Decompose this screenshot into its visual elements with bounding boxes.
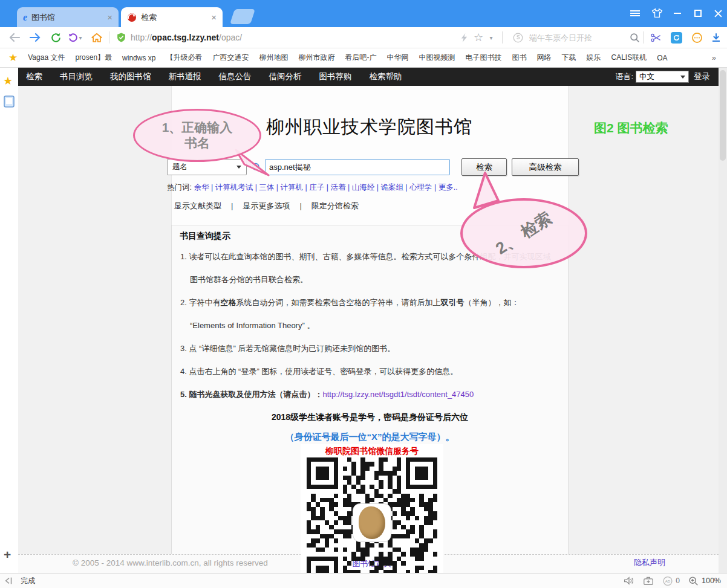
nav-item-search[interactable]: 检索 bbox=[26, 71, 42, 82]
speaker-icon[interactable] bbox=[624, 576, 634, 586]
extensions-dots-icon[interactable] bbox=[690, 27, 704, 48]
bookmark-item[interactable]: 图书 bbox=[512, 53, 526, 63]
hot-word-link[interactable]: 计算机 bbox=[281, 183, 310, 192]
search-type-value: 题名 bbox=[172, 162, 187, 172]
divider bbox=[502, 31, 503, 44]
back-icon[interactable] bbox=[6, 27, 23, 48]
bookmark-item[interactable]: windws xp bbox=[122, 54, 155, 62]
search-magnifier-icon[interactable] bbox=[628, 27, 641, 48]
tab-close-icon[interactable]: × bbox=[211, 12, 217, 22]
status-bar: 完成 AD 0 100% bbox=[0, 573, 727, 588]
bookmark-item[interactable]: 中华网 bbox=[386, 53, 408, 63]
bookmark-item[interactable]: 柳州市政府 bbox=[298, 53, 334, 63]
opac-search-input[interactable] bbox=[265, 159, 450, 175]
bookmarks-overflow-chevron[interactable]: » bbox=[712, 53, 721, 62]
collapse-sidebar-icon[interactable] bbox=[4, 576, 15, 586]
menu-icon[interactable] bbox=[629, 7, 641, 19]
bookmark-item[interactable]: 电子图书技 bbox=[465, 53, 501, 63]
hot-word-link[interactable]: 余华 bbox=[194, 183, 215, 192]
limit-branch-link[interactable]: 限定分馆检索 bbox=[311, 201, 359, 210]
favorite-dropdown-icon[interactable]: ▾ bbox=[486, 27, 496, 48]
nav-item-help[interactable]: 检索帮助 bbox=[370, 71, 402, 82]
show-more-options-link[interactable]: 显示更多选项 bbox=[243, 201, 311, 210]
advanced-search-button[interactable]: 高级检索 bbox=[512, 158, 579, 176]
hot-word-link[interactable]: 活着 bbox=[330, 183, 351, 192]
forward-icon[interactable] bbox=[27, 27, 44, 48]
home-icon[interactable] bbox=[88, 27, 105, 48]
account-note: 2018级学生读者账号是学号，密码是身份证号后六位 bbox=[172, 412, 568, 423]
new-tab-button[interactable] bbox=[230, 9, 255, 24]
hot-word-link[interactable]: 心理学 bbox=[409, 183, 438, 192]
more-hot-words-link[interactable]: 更多.. bbox=[438, 183, 458, 192]
scrollbar-thumb[interactable] bbox=[720, 70, 726, 161]
refresh-icon[interactable] bbox=[47, 27, 64, 48]
bookmark-item[interactable]: 看后吧-广 bbox=[345, 53, 376, 63]
zoom-icon bbox=[688, 576, 699, 586]
show-doc-types-link[interactable]: 显示文献类型 bbox=[174, 201, 243, 210]
bookmark-item[interactable]: 下载 bbox=[561, 53, 576, 63]
undo-dropdown-icon[interactable]: ▾ bbox=[79, 34, 82, 41]
nav-item-newbooks[interactable]: 新书通报 bbox=[169, 71, 201, 82]
translate-refresh-icon[interactable] bbox=[669, 27, 683, 48]
language-select[interactable]: 中文 bbox=[636, 71, 689, 83]
hot-words-label: 热门词: bbox=[167, 183, 194, 192]
theme-skin-icon[interactable] bbox=[651, 7, 663, 19]
ad-count: 0 bbox=[676, 577, 680, 585]
bookmark-item[interactable]: CALIS联机 bbox=[611, 53, 647, 63]
bookmark-item[interactable]: Vagaa 文件 bbox=[28, 53, 65, 63]
tab-close-icon[interactable]: × bbox=[107, 12, 112, 22]
cd-help-link[interactable]: http://tsg.lzzy.net/tsgdt1/tsdt/content_… bbox=[322, 390, 474, 399]
add-sidebar-icon[interactable]: + bbox=[4, 548, 11, 562]
login-link[interactable]: 登录 bbox=[694, 71, 710, 82]
nav-item-analysis[interactable]: 借阅分析 bbox=[269, 71, 302, 82]
ad-blocker-status[interactable]: AD 0 bbox=[662, 576, 680, 586]
favorite-star-icon[interactable]: ☆ bbox=[472, 27, 485, 48]
browser-window: e 图书馆 × 检索 × bbox=[0, 0, 727, 588]
nav-item-notices[interactable]: 信息公告 bbox=[219, 71, 252, 82]
undo-icon[interactable]: ▾ bbox=[67, 27, 83, 48]
bookmark-item[interactable]: 中图视频测 bbox=[419, 53, 455, 63]
privacy-link[interactable]: 隐私声明 bbox=[634, 557, 665, 568]
page-scrollbar[interactable] bbox=[719, 68, 727, 573]
bookmark-item[interactable]: 广西交通安 bbox=[212, 53, 249, 63]
favorites-sidebar-icon[interactable]: ★ bbox=[3, 74, 13, 88]
nav-item-mylibrary[interactable]: 我的图书馆 bbox=[110, 71, 151, 82]
bookmark-item[interactable]: 柳州地图 bbox=[259, 53, 288, 63]
tab-label: 图书馆 bbox=[31, 12, 107, 23]
browser-search-field[interactable] bbox=[529, 33, 626, 42]
download-icon[interactable] bbox=[709, 27, 723, 48]
qr-title: 柳职院图书馆微信服务号 bbox=[301, 446, 443, 457]
nav-item-browse[interactable]: 书目浏览 bbox=[60, 71, 93, 82]
annotation-bubble-2: 2、 检索 bbox=[460, 198, 587, 268]
search-options-row: 显示文献类型显示更多选项限定分馆检索 bbox=[174, 201, 359, 212]
site-safety-shield-icon[interactable] bbox=[114, 27, 128, 48]
ad-icon-label: AD bbox=[665, 578, 671, 583]
tab-library[interactable]: e 图书馆 × bbox=[17, 7, 119, 27]
bookmark-item[interactable]: prosen】最 bbox=[75, 53, 112, 63]
bookmarks-star-icon[interactable]: ★ bbox=[8, 51, 18, 64]
screenshot-scissors-icon[interactable] bbox=[648, 27, 663, 48]
bookmark-item[interactable]: 娱乐 bbox=[586, 53, 601, 63]
page-load-status: 完成 bbox=[21, 576, 35, 586]
medkit-icon[interactable] bbox=[643, 576, 654, 586]
zoom-control[interactable]: 100% bbox=[688, 576, 721, 586]
nav-item-recommend[interactable]: 图书荐购 bbox=[319, 71, 352, 82]
hot-word-link[interactable]: 庄子 bbox=[309, 183, 330, 192]
tab-search[interactable]: 检索 × bbox=[121, 7, 223, 27]
figure-caption: 图2 图书检索 bbox=[594, 120, 668, 137]
hot-word-link[interactable]: 三体 bbox=[259, 183, 280, 192]
hot-word-link[interactable]: 山海经 bbox=[352, 183, 381, 192]
bookmark-item[interactable]: 网络 bbox=[536, 53, 551, 63]
hot-word-link[interactable]: 诡案组 bbox=[380, 183, 409, 192]
maximize-button[interactable] bbox=[692, 7, 704, 19]
bookmark-item[interactable]: OA bbox=[657, 54, 667, 62]
reader-panel-icon[interactable] bbox=[4, 95, 15, 108]
hot-word-link[interactable]: 计算机考试 bbox=[215, 183, 259, 192]
address-url[interactable]: http://opac.tsg.lzzy.net/opac/ bbox=[131, 27, 242, 48]
flash-bolt-icon[interactable] bbox=[457, 27, 471, 48]
bookmark-item[interactable]: 【升级必看 bbox=[166, 53, 202, 63]
minimize-button[interactable] bbox=[671, 7, 683, 19]
close-button[interactable] bbox=[712, 7, 724, 19]
browser-search-input[interactable] bbox=[526, 27, 629, 48]
language-label: 语言: bbox=[615, 71, 633, 82]
